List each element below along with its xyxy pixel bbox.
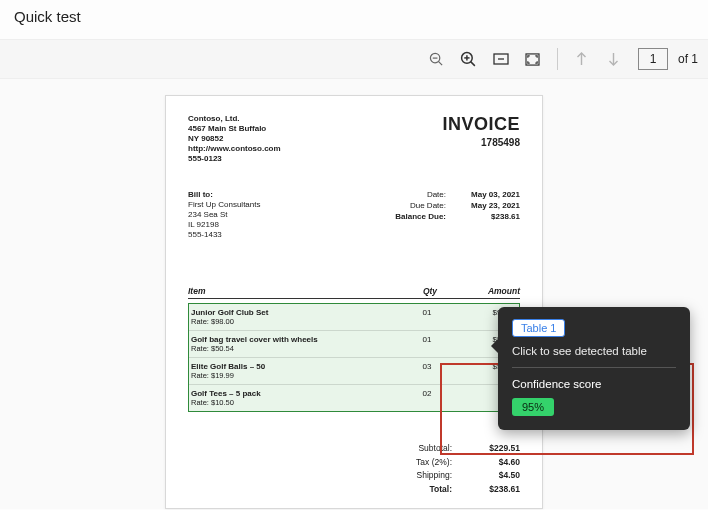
bill-to-block: Bill to: First Up Consultants 234 Sea St… [188, 190, 260, 240]
totals-block: Subtotal:$229.51 Tax (2%):$4.60 Shipping… [188, 442, 520, 496]
table-badge[interactable]: Table 1 [512, 319, 565, 337]
invoice-heading: INVOICE 1785498 [442, 114, 520, 164]
col-qty: Qty [400, 286, 460, 296]
fit-width-icon[interactable] [487, 45, 515, 73]
sender-address: Contoso, Ltd. 4567 Main St Buffalo NY 90… [188, 114, 281, 164]
confidence-score: 95% [512, 398, 554, 416]
page-count-label: of 1 [678, 52, 698, 66]
page-number-input[interactable]: 1 [638, 48, 668, 70]
svg-line-4 [471, 61, 475, 65]
table-row: Golf Tees – 5 packRate: $10.50 02 $21 [189, 385, 519, 411]
table-tooltip: Table 1 Click to see detected table Conf… [498, 307, 690, 430]
confidence-label: Confidence score [512, 378, 676, 390]
toolbar-separator [557, 48, 558, 70]
document-canvas: Contoso, Ltd. 4567 Main St Buffalo NY 90… [0, 79, 708, 509]
next-page-icon[interactable] [600, 45, 628, 73]
col-item: Item [188, 286, 400, 296]
line-items-table: Item Qty Amount Junior Golf Club SetRate… [188, 286, 520, 412]
zoom-in-icon[interactable] [455, 45, 483, 73]
col-amount: Amount [460, 286, 520, 296]
zoom-out-icon[interactable] [423, 45, 451, 73]
viewer-toolbar: 1 of 1 [0, 39, 708, 79]
svg-line-1 [439, 61, 443, 65]
page-title: Quick test [0, 0, 708, 39]
invoice-meta: Date:May 03, 2021 Due Date:May 23, 2021 … [386, 190, 520, 240]
fullscreen-icon[interactable] [519, 45, 547, 73]
invoice-document[interactable]: Contoso, Ltd. 4567 Main St Buffalo NY 90… [165, 95, 543, 509]
tooltip-subtitle[interactable]: Click to see detected table [512, 345, 676, 368]
table-row: Junior Golf Club SetRate: $98.00 01 $98.… [189, 304, 519, 331]
table-row: Golf bag travel cover with wheelsRate: $… [189, 331, 519, 358]
prev-page-icon[interactable] [568, 45, 596, 73]
table-row: Elite Golf Balls – 50Rate: $19.99 03 $59… [189, 358, 519, 385]
detected-table-region[interactable]: Junior Golf Club SetRate: $98.00 01 $98.… [188, 303, 520, 412]
